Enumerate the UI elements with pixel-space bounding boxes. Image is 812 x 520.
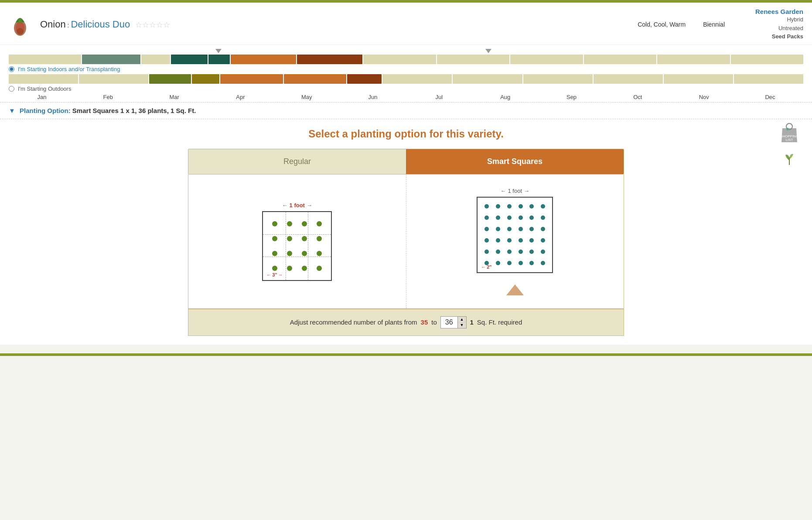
- climate-info: Cold, Cool, Warm: [638, 21, 686, 28]
- radio-outdoors[interactable]: I'm Starting Outdoors: [9, 86, 803, 92]
- radio-outdoors-label: I'm Starting Outdoors: [18, 86, 71, 92]
- plant-logo: [7, 11, 33, 38]
- sq-ft-suffix: Sq. Ft. required: [477, 318, 522, 326]
- regular-spacing-label: ← 3" →: [266, 272, 283, 277]
- untreated-label: Untreated: [778, 25, 803, 31]
- bottom-bar: [0, 353, 812, 356]
- stepper-buttons[interactable]: ▲ ▼: [458, 317, 466, 328]
- variety-name: Delicious Duo: [71, 19, 130, 30]
- shopping-list-button[interactable]: SHOPPING LIST: [780, 122, 799, 145]
- smart-pointer: [506, 280, 524, 295]
- star-rating[interactable]: ☆☆☆☆☆: [135, 21, 170, 29]
- triangle-icon: ▼: [9, 107, 15, 114]
- regular-foot-label: ← 1 foot →: [282, 202, 312, 209]
- planting-tabs: Regular Smart Squares: [188, 149, 624, 174]
- month-feb: Feb: [75, 94, 141, 100]
- title-section: Onion : Delicious Duo ☆☆☆☆☆: [40, 19, 638, 30]
- adjust-to: to: [431, 318, 437, 326]
- brand-block: Renees Garden Hybrid Untreated Seed Pack…: [751, 8, 803, 41]
- month-labels-row: Jan Feb Mar Apr May Jun Jul Aug Sep Oct …: [9, 94, 803, 100]
- sq-ft-value: 1: [470, 318, 474, 326]
- month-mar: Mar: [141, 94, 208, 100]
- stepper-up-button[interactable]: ▲: [458, 317, 466, 323]
- adjust-row: Adjust recommended number of plants from…: [188, 309, 624, 336]
- month-oct: Oct: [604, 94, 671, 100]
- svg-point-2: [17, 28, 24, 35]
- stepper-value: 36: [441, 317, 458, 328]
- planting-option-label: Planting Option:: [20, 107, 71, 114]
- month-may: May: [273, 94, 340, 100]
- radio-indoors-label: I'm Starting Indoors and/or Transplantin…: [18, 66, 120, 72]
- lifecycle-info: Biennial: [703, 21, 725, 28]
- regular-diagram: ← 1 foot →: [188, 174, 406, 308]
- smart-dot-grid: [481, 201, 549, 269]
- seed-packs-label: Seed Packs: [772, 33, 803, 40]
- planting-option-value: Smart Squares 1 x 1, 36 plants, 1 Sq. Ft…: [72, 107, 196, 114]
- calendar-section: I'm Starting Indoors and/or Transplantin…: [0, 45, 812, 103]
- radio-indoors-input[interactable]: [9, 66, 14, 72]
- seedling-icon: [783, 150, 796, 165]
- smart-foot-label: ← 1 foot →: [500, 188, 529, 194]
- month-sep: Sep: [539, 94, 605, 100]
- stepper-down-button[interactable]: ▼: [458, 322, 466, 328]
- planting-option-bar: ▼ Planting Option: Smart Squares 1 x 1, …: [0, 103, 812, 119]
- plant-count-stepper[interactable]: 36 ▲ ▼: [440, 316, 467, 329]
- tab-smart-squares[interactable]: Smart Squares: [406, 149, 624, 174]
- month-aug: Aug: [472, 94, 539, 100]
- smart-spacing-label: ← 2": [481, 264, 491, 270]
- brand-link[interactable]: Renees Garden: [755, 8, 803, 15]
- month-jan: Jan: [9, 94, 75, 100]
- seedling-button[interactable]: [783, 150, 796, 167]
- tab-regular[interactable]: Regular: [188, 149, 406, 174]
- svg-point-4: [786, 128, 789, 130]
- select-heading: Select a planting option for this variet…: [17, 128, 795, 140]
- smart-plant-grid: ← 2": [477, 197, 553, 273]
- header-meta: Cold, Cool, Warm Biennial: [638, 21, 725, 28]
- hybrid-label: Hybrid: [787, 16, 803, 23]
- arrow-marker-1: [215, 48, 222, 55]
- header-row: Onion : Delicious Duo ☆☆☆☆☆ Cold, Cool, …: [0, 3, 812, 45]
- main-content: Select a planting option for this variet…: [0, 119, 812, 345]
- sidebar-icons: SHOPPING LIST: [780, 122, 799, 167]
- timeline-bars-outdoors: [9, 74, 803, 84]
- month-jun: Jun: [340, 94, 406, 100]
- svg-text:LIST: LIST: [786, 138, 793, 142]
- arrow-marker-2: [485, 48, 491, 55]
- radio-outdoors-input[interactable]: [9, 86, 14, 92]
- month-jul: Jul: [406, 94, 472, 100]
- smart-diagram: ← 1 foot →: [406, 174, 624, 308]
- adjust-prefix: Adjust recommended number of plants from: [290, 318, 417, 326]
- adjust-from-number: 35: [421, 318, 428, 326]
- shopping-bag-icon: SHOPPING LIST: [780, 122, 799, 144]
- month-nov: Nov: [671, 94, 737, 100]
- regular-plant-grid: ← 3" →: [262, 211, 332, 281]
- regular-dot-grid: [267, 216, 327, 276]
- timeline-bars-indoors: [9, 55, 803, 64]
- month-apr: Apr: [207, 94, 273, 100]
- radio-indoors[interactable]: I'm Starting Indoors and/or Transplantin…: [9, 66, 803, 72]
- diagrams-area: ← 1 foot →: [188, 174, 624, 309]
- month-dec: Dec: [737, 94, 803, 100]
- plant-name: Onion: [40, 19, 66, 30]
